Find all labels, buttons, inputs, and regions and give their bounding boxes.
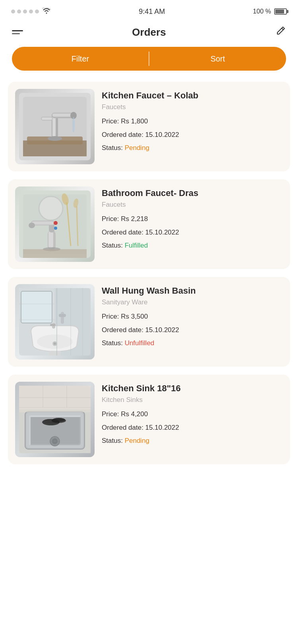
product-name-4: Kitchen Sink 18"16 <box>102 383 283 394</box>
svg-point-11 <box>48 136 62 141</box>
header: Orders <box>0 21 298 47</box>
svg-point-19 <box>39 196 63 220</box>
wifi-icon <box>42 8 51 16</box>
menu-line-1 <box>12 30 23 31</box>
svg-rect-35 <box>59 314 66 317</box>
product-price-4: Price: Rs 4,200 <box>102 409 283 419</box>
sort-button[interactable]: Sort <box>149 47 286 71</box>
svg-point-27 <box>54 227 57 230</box>
product-category-1: Faucets <box>102 103 283 111</box>
product-status-4: Status: Pending <box>102 435 283 446</box>
status-time: 9:41 AM <box>139 8 165 16</box>
product-status-1: Status: Pending <box>102 142 283 153</box>
svg-point-69 <box>52 418 65 422</box>
status-bar: 9:41 AM 100 % <box>0 0 298 21</box>
svg-rect-24 <box>32 221 54 225</box>
product-info-2: Bathroom Faucet- Dras Faucets Price: Rs … <box>102 186 283 251</box>
svg-point-38 <box>54 342 56 345</box>
product-date-3: Ordered date: 15.10.2022 <box>102 325 283 335</box>
product-category-3: Sanityary Ware <box>102 298 283 306</box>
product-price-3: Price: Rs 3,500 <box>102 311 283 322</box>
product-date-1: Ordered date: 15.10.2022 <box>102 129 283 140</box>
filter-button[interactable]: Filter <box>12 47 149 71</box>
product-category-2: Faucets <box>102 201 283 209</box>
product-price-2: Price: Rs 2,218 <box>102 213 283 224</box>
svg-point-25 <box>29 223 35 228</box>
product-info-1: Kitchen Faucet – Kolab Faucets Price: Rs… <box>102 89 283 153</box>
product-status-2: Status: Fulfilled <box>102 240 283 251</box>
signal-dots <box>11 10 39 13</box>
signal-dot-5 <box>35 10 39 13</box>
product-info-3: Wall Hung Wash Basin Sanityary Ware Pric… <box>102 284 283 348</box>
svg-rect-29 <box>23 249 87 258</box>
svg-rect-58 <box>29 415 81 417</box>
svg-point-12 <box>72 117 75 133</box>
product-category-4: Kitchen Sinks <box>102 396 283 404</box>
product-image-3 <box>15 284 95 359</box>
product-date-4: Ordered date: 15.10.2022 <box>102 422 283 433</box>
product-image-2 <box>15 186 95 262</box>
svg-rect-21 <box>48 231 53 248</box>
status-value-2: Fulfilled <box>125 242 148 249</box>
signal-dot-3 <box>23 10 27 13</box>
product-name-3: Wall Hung Wash Basin <box>102 286 283 296</box>
battery-percent: 100 % <box>253 8 271 15</box>
svg-point-26 <box>54 221 58 225</box>
product-card-1[interactable]: Kitchen Faucet – Kolab Faucets Price: Rs… <box>8 82 290 171</box>
svg-rect-10 <box>42 117 52 120</box>
product-card-2[interactable]: Bathroom Faucet- Dras Faucets Price: Rs … <box>8 179 290 269</box>
product-card-3[interactable]: Wall Hung Wash Basin Sanityary Ware Pric… <box>8 277 290 367</box>
product-name-2: Bathroom Faucet- Dras <box>102 188 283 198</box>
svg-rect-39 <box>49 351 61 356</box>
menu-line-2 <box>12 33 20 35</box>
product-price-1: Price: Rs 1,800 <box>102 116 283 127</box>
svg-rect-59 <box>29 415 31 445</box>
product-image-4 <box>15 382 95 457</box>
filter-sort-bar: Filter Sort <box>12 47 286 71</box>
edit-button[interactable] <box>275 25 286 39</box>
svg-rect-33 <box>21 291 52 323</box>
product-date-2: Ordered date: 15.10.2022 <box>102 227 283 238</box>
product-card-4[interactable]: Kitchen Sink 18"16 Kitchen Sinks Price: … <box>8 375 290 464</box>
page-title: Orders <box>132 26 166 38</box>
signal-dot-4 <box>29 10 33 13</box>
svg-rect-7 <box>52 113 72 117</box>
signal-dot-1 <box>11 10 15 13</box>
battery-icon <box>274 8 287 15</box>
svg-rect-70 <box>19 408 91 412</box>
status-value-4: Pending <box>125 437 149 444</box>
menu-button[interactable] <box>12 30 23 34</box>
status-value-3: Unfulfilled <box>125 339 155 347</box>
product-name-1: Kitchen Faucet – Kolab <box>102 90 283 101</box>
products-list: Kitchen Faucet – Kolab Faucets Price: Rs… <box>0 82 298 464</box>
svg-rect-41 <box>50 324 56 326</box>
status-left <box>11 8 51 16</box>
product-status-3: Status: Unfulfilled <box>102 338 283 348</box>
product-image-1 <box>15 89 95 164</box>
svg-rect-34 <box>61 312 64 324</box>
product-info-4: Kitchen Sink 18"16 Kitchen Sinks Price: … <box>102 382 283 446</box>
signal-dot-2 <box>17 10 21 13</box>
status-value-1: Pending <box>125 144 149 152</box>
status-right: 100 % <box>253 8 287 15</box>
